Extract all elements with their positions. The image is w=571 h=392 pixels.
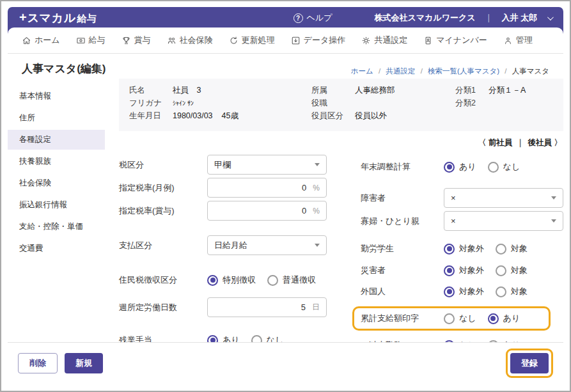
radio-selected-icon <box>444 162 455 173</box>
field-label: 災害者 <box>361 265 444 276</box>
settings-icon <box>361 36 371 45</box>
bonus-rate-input[interactable]: 0 % <box>207 201 327 221</box>
home-icon <box>22 36 31 45</box>
radio-unselected-icon <box>488 340 499 343</box>
radio-selected-icon <box>444 244 455 255</box>
radio-option[interactable]: 対象 <box>496 286 528 297</box>
nav-item-update[interactable]: 更新処理 <box>229 35 275 46</box>
breadcrumb-separator: / <box>421 67 423 75</box>
prev-employee-chevron-icon[interactable]: 〈 <box>478 138 487 147</box>
chevron-down-icon[interactable] <box>547 14 554 20</box>
cumulative-pay-print-radio-group: なし あり <box>444 313 520 324</box>
radio-option[interactable]: 特別徴収 <box>207 274 256 286</box>
radio-option[interactable]: なし <box>488 161 520 173</box>
sidebar-item-dependents[interactable]: 扶養親族 <box>8 152 105 171</box>
footer-action-bar: 削除 新規 登録 <box>8 342 563 384</box>
radio-selected-icon <box>207 335 218 343</box>
new-button[interactable]: 新規 <box>65 353 103 373</box>
nav-label: データ操作 <box>304 35 346 46</box>
monthly-rate-input[interactable]: 0 % <box>207 178 327 198</box>
delete-button[interactable]: 削除 <box>18 353 58 373</box>
help-link[interactable]: ? ヘルプ <box>293 12 332 24</box>
radio-label: 特別徴収 <box>223 274 256 286</box>
nav-item-mynumber[interactable]: マイナンバー <box>423 35 487 46</box>
field-label: 税区分 <box>119 160 207 170</box>
radio-option[interactable]: なし <box>444 313 476 324</box>
nav-item-social-insurance[interactable]: 社会保険 <box>167 35 213 46</box>
user-menu[interactable]: 入井 太郎 <box>501 12 537 24</box>
breadcrumb-home[interactable]: ホーム <box>351 67 373 75</box>
nav-item-bonus[interactable]: 賞与 <box>121 35 151 46</box>
radio-selected-icon <box>444 286 455 297</box>
form-row-tax-class: 税区分 甲欄 <box>119 155 344 175</box>
submit-button[interactable]: 登録 <box>510 353 549 373</box>
nav-item-admin[interactable]: 管理 <box>503 35 533 46</box>
year-end-radio-group: あり なし <box>444 161 520 173</box>
unit-label: 日 <box>312 302 320 313</box>
sidebar: 基本情報 住所 各種設定 扶養親族 社会保険 振込銀行情報 支給・控除・単価 交… <box>8 79 105 342</box>
sidebar-item-various-settings[interactable]: 各種設定 <box>8 130 105 150</box>
breadcrumb-settings[interactable]: 共通設定 <box>386 67 416 75</box>
radio-option[interactable]: 対象外 <box>444 243 484 255</box>
week-working-days-input[interactable]: 5 日 <box>207 297 327 317</box>
nav-item-data[interactable]: データ操作 <box>291 35 346 46</box>
radio-label: あり <box>503 313 520 324</box>
radio-option[interactable]: なし <box>251 334 284 342</box>
breadcrumb-search-list[interactable]: 検索一覧(人事マスタ) <box>428 67 499 75</box>
sidebar-item-commuting[interactable]: 交通費 <box>8 239 105 258</box>
sidebar-item-address[interactable]: 住所 <box>8 108 105 128</box>
radio-option[interactable]: あり <box>488 313 520 324</box>
radio-option[interactable]: 対象外 <box>444 286 484 297</box>
radio-label: 対象外 <box>459 265 484 276</box>
nav-item-settings[interactable]: 共通設定 <box>361 35 407 46</box>
chevron-down-icon <box>551 196 556 200</box>
sidebar-item-pay-deduction-unit[interactable]: 支給・控除・単価 <box>8 217 105 237</box>
field-label: 分類2 <box>455 98 489 109</box>
chevron-down-icon <box>315 244 320 247</box>
field-label: 氏名 <box>129 85 173 96</box>
breadcrumb-separator: / <box>505 67 506 75</box>
radio-selected-icon <box>444 265 455 276</box>
sidebar-item-social-insurance[interactable]: 社会保険 <box>8 173 105 193</box>
sidebar-item-bank-transfer[interactable]: 振込銀行情報 <box>8 195 105 215</box>
tax-class-select[interactable]: 甲欄 <box>207 155 327 175</box>
radio-selected-icon <box>207 275 218 286</box>
nav-item-home[interactable]: ホーム <box>22 35 60 46</box>
pager-divider: ｜ <box>516 138 524 147</box>
radio-unselected-icon <box>444 313 455 324</box>
next-employee-link[interactable]: 後社員 <box>528 138 552 147</box>
form-column-left: 税区分 甲欄 指定税率(月例) 0 % <box>119 151 344 342</box>
working-student-radio-group: 対象外 対象 <box>444 243 528 255</box>
app-window: + スマカル 給与 ? ヘルプ 株式会社スマカルワークス ｜ 入井 太郎 ホーム… <box>0 0 571 392</box>
help-icon: ? <box>293 13 303 23</box>
input-value: 5 <box>301 302 306 312</box>
radio-option[interactable]: 対象外 <box>444 265 484 276</box>
radio-option[interactable]: 対象 <box>496 243 528 255</box>
radio-option[interactable]: あり <box>207 334 240 342</box>
nav-item-payroll[interactable]: 給与 <box>76 35 106 46</box>
field-label: フリガナ <box>129 98 173 109</box>
bonus-icon <box>121 36 131 45</box>
select-value: × <box>451 193 456 203</box>
radio-option[interactable]: 対象 <box>496 265 528 276</box>
overtime-radio-group: あり なし <box>207 334 283 342</box>
radio-unselected-icon <box>251 335 262 343</box>
disaster-victim-radio-group: 対象外 対象 <box>444 265 528 276</box>
employee-info-panel: 氏名社員 3 フリガナｼｬｲﾝ ｻﾝ 生年月日1980/03/0345歳 所属人… <box>119 79 563 131</box>
content-area: 基本情報 住所 各種設定 扶養親族 社会保険 振込銀行情報 支給・控除・単価 交… <box>8 79 563 342</box>
next-employee-chevron-icon[interactable]: 〉 <box>554 138 563 147</box>
radio-option[interactable]: 普通徴収 <box>267 274 316 286</box>
pay-class-select[interactable]: 日給月給 <box>207 235 327 255</box>
employee-department: 人事総務部 <box>355 85 395 96</box>
prev-employee-link[interactable]: 前社員 <box>489 138 513 147</box>
radio-unselected-icon <box>267 275 278 286</box>
disability-select[interactable]: × <box>444 188 563 208</box>
radio-option[interactable]: あり <box>444 161 476 173</box>
radio-selected-icon <box>444 340 455 343</box>
radio-unselected-icon <box>488 162 499 173</box>
widow-single-parent-select[interactable]: × <box>444 211 563 231</box>
sidebar-item-basic-info[interactable]: 基本情報 <box>8 86 105 106</box>
radio-label: なし <box>503 161 520 173</box>
field-label: 残業手当 <box>119 335 207 342</box>
nav-label: 社会保険 <box>180 35 213 46</box>
